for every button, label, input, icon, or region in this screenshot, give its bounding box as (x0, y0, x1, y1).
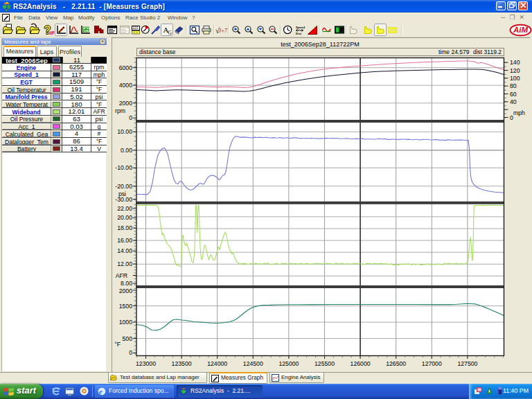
svg-text:22.00: 22.00 (117, 205, 132, 212)
svg-text:°F: °F (114, 341, 121, 348)
svg-text:3+7: 3+7 (218, 28, 228, 34)
svg-text:Dist: Dist (296, 32, 302, 35)
svg-text:AiM: AiM (513, 26, 529, 34)
svg-text:140: 140 (510, 59, 520, 66)
svg-text:dF: dF (49, 30, 55, 35)
svg-text:-10.00: -10.00 (115, 164, 132, 171)
svg-text:126500: 126500 (386, 360, 406, 367)
svg-text:test_2006Sep28_112722PM: test_2006Sep28_112722PM (281, 41, 359, 48)
svg-text:125500: 125500 (314, 360, 335, 367)
svg-text:2000: 2000 (119, 100, 132, 107)
svg-text:60: 60 (510, 91, 517, 98)
svg-text:127000: 127000 (422, 360, 442, 367)
svg-text:80: 80 (510, 82, 517, 89)
svg-text:6000: 6000 (119, 64, 132, 71)
svg-text:0: 0 (129, 349, 132, 356)
svg-text:126000: 126000 (351, 360, 371, 367)
svg-text:18.00: 18.00 (117, 224, 132, 231)
svg-text:1000: 1000 (119, 319, 132, 326)
svg-text:mph: mph (513, 109, 525, 116)
svg-text:123: 123 (132, 26, 138, 30)
svg-text:8.00: 8.00 (121, 280, 132, 287)
svg-text:120: 120 (510, 67, 520, 74)
svg-text:123500: 123500 (172, 360, 192, 367)
svg-text:124500: 124500 (243, 360, 263, 367)
svg-text:psi: psi (118, 190, 126, 197)
svg-text:-20.00: -20.00 (115, 183, 132, 190)
svg-text:Speed: Speed (296, 26, 305, 29)
svg-text:AFR: AFR (116, 272, 127, 279)
svg-text:rpm: rpm (115, 107, 125, 114)
svg-text:10.00: 10.00 (117, 128, 132, 135)
svg-text:127500: 127500 (457, 360, 477, 367)
svg-text:distance base: distance base (139, 48, 176, 55)
svg-text:G: G (168, 30, 172, 36)
svg-text:12.00: 12.00 (117, 260, 132, 267)
svg-text:time 24.579: time 24.579 (438, 48, 470, 55)
svg-text:1500: 1500 (119, 303, 132, 310)
svg-text:0: 0 (129, 114, 132, 121)
svg-text:125000: 125000 (278, 360, 299, 367)
svg-text:500: 500 (123, 335, 133, 342)
svg-text:e: e (99, 387, 103, 396)
svg-text:4000: 4000 (119, 82, 132, 89)
svg-text:123000: 123000 (136, 360, 156, 367)
svg-text:14.00: 14.00 (117, 247, 132, 254)
svg-text:dist 3119.2: dist 3119.2 (473, 48, 502, 55)
svg-text:0.00: 0.00 (121, 147, 132, 154)
svg-text:20.00: 20.00 (117, 214, 132, 221)
svg-text:40: 40 (510, 98, 517, 105)
svg-text:100: 100 (510, 75, 520, 82)
svg-text:2000: 2000 (119, 287, 132, 294)
svg-text:124000: 124000 (207, 360, 227, 367)
svg-text:16.00: 16.00 (117, 237, 132, 244)
